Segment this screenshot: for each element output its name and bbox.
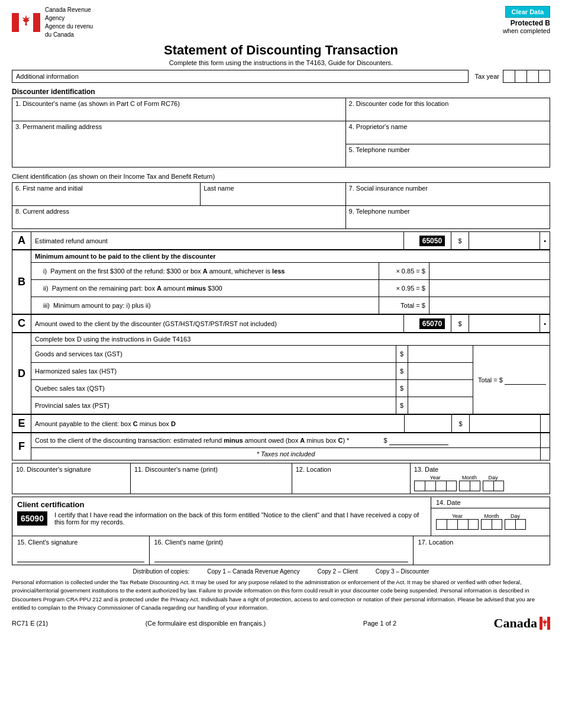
box-b-row-iii-label: iii) Minimum amount to pay: i) plus ii) — [31, 297, 379, 314]
telephone-input[interactable] — [349, 153, 547, 165]
discounter-name-print-cell[interactable]: 11. Discounter's name (print) — [130, 463, 292, 494]
box-d-hst-dollar: $ — [396, 363, 408, 380]
year-cell-4[interactable] — [446, 481, 457, 491]
day-cell-1[interactable] — [483, 481, 493, 491]
box-f-input[interactable] — [389, 436, 448, 445]
proprietor-name-cell[interactable]: 4. Proprietor's name — [345, 121, 550, 144]
tax-year-label: Tax year — [474, 73, 499, 80]
tax-year-cell-3[interactable] — [527, 70, 538, 83]
box-e-empty — [405, 415, 452, 433]
client-name-print-cell[interactable]: 16. Client's name (print) — [150, 536, 414, 565]
canada-flag-mark — [540, 617, 550, 630]
box-e-spacer — [541, 415, 550, 433]
box-b-row-i-input[interactable] — [429, 263, 550, 280]
box-c-dollar: $ — [451, 315, 469, 333]
year-cell-3[interactable] — [435, 481, 446, 491]
current-address-input[interactable] — [15, 215, 343, 227]
last-name-cell[interactable]: Last name — [201, 183, 345, 206]
box-b-iii-input[interactable] — [433, 299, 546, 311]
day-cell-2[interactable] — [493, 481, 504, 491]
discounter-code-input[interactable] — [349, 107, 547, 119]
tax-year-cell-2[interactable] — [515, 70, 527, 83]
box-c-bullet: • — [540, 315, 550, 333]
client-location-label: 17. Location — [418, 539, 545, 546]
date-label: 13. Date — [414, 466, 546, 473]
box-d-hst-label: Harmonized sales tax (HST) — [31, 363, 396, 380]
cert-year-4[interactable] — [468, 519, 479, 530]
first-name-input[interactable] — [15, 192, 197, 204]
cert-day-2[interactable] — [515, 519, 526, 530]
client-cert-header: Client certification — [17, 500, 426, 509]
clear-data-button[interactable]: Clear Data — [505, 6, 550, 18]
box-b-i-input[interactable] — [433, 265, 546, 277]
box-d-pst-input[interactable] — [412, 400, 469, 411]
tax-year-cell-4[interactable] — [538, 70, 550, 83]
box-c-input-cell[interactable] — [469, 315, 540, 333]
box-b-row-ii-input[interactable] — [429, 280, 550, 297]
box-d-qst-input[interactable] — [412, 382, 469, 394]
cert-year-3[interactable] — [457, 519, 468, 530]
box-f-note: * Taxes not included — [31, 448, 541, 460]
additional-info-field[interactable]: Additional information — [12, 70, 469, 83]
year-cell-1[interactable] — [414, 481, 425, 491]
discounter-sig-cell[interactable]: 10. Discounter's signature — [12, 463, 131, 494]
box-e-input-cell[interactable] — [470, 415, 541, 433]
year-group: Year — [414, 475, 457, 491]
client-telephone-cell[interactable]: 9. Telephone number — [345, 206, 550, 229]
box-e-dollar: $ — [452, 415, 470, 433]
tax-year-cell-1[interactable] — [503, 70, 515, 83]
box-d-pst-input[interactable] — [408, 397, 473, 414]
discounter-name-print-input[interactable] — [134, 473, 288, 485]
box-d-qst-input[interactable] — [408, 380, 473, 397]
box-b-ii-input[interactable] — [433, 282, 546, 294]
cert-year-2[interactable] — [447, 519, 457, 530]
mailing-address-cell[interactable]: 3. Permanent mailing address — [12, 121, 346, 167]
current-address-cell[interactable]: 8. Current address — [12, 206, 346, 229]
discounter-name-input[interactable] — [15, 107, 343, 119]
box-d-hst-input[interactable] — [408, 363, 473, 380]
cert-month-1[interactable] — [481, 519, 492, 530]
box-f-label: Cost to the client of the discounting tr… — [31, 433, 541, 448]
box-b-row-iii-input[interactable] — [429, 297, 550, 314]
mailing-address-input[interactable] — [15, 130, 343, 142]
month-cell-2[interactable] — [470, 481, 480, 491]
client-telephone-input[interactable] — [349, 215, 547, 227]
cert-year-1[interactable] — [436, 519, 447, 530]
cert-month-2[interactable] — [492, 519, 502, 530]
mailing-address-label: 3. Permanent mailing address — [15, 123, 343, 130]
box-d-gst-input[interactable] — [412, 348, 469, 360]
box-e-letter: E — [12, 415, 31, 433]
telephone-cell[interactable]: 5. Telephone number — [345, 144, 550, 167]
discounter-name-cell[interactable]: 1. Discounter's name (as shown in Part C… — [12, 98, 346, 121]
box-d-hst-input[interactable] — [412, 365, 469, 377]
box-d-pst-label: Provincial sales tax (PST) — [31, 397, 396, 414]
first-name-cell[interactable]: 6. First name and initial — [12, 183, 201, 206]
dist-copy1: Copy 1 – Canada Revenue Agency — [207, 568, 299, 575]
location-cell[interactable]: 12. Location — [292, 463, 410, 494]
client-location-cell[interactable]: 17. Location — [414, 536, 550, 565]
svg-rect-4 — [25, 23, 27, 25]
cert-day-1[interactable] — [505, 519, 515, 530]
box-a-label-cell: Estimated refund amount — [31, 232, 404, 250]
box-a-input[interactable] — [473, 235, 536, 247]
location-input[interactable] — [296, 473, 406, 485]
client-sig-cell[interactable]: 15. Client's signature — [12, 536, 150, 565]
box-e-input[interactable] — [473, 418, 537, 430]
box-e-label: Amount payable to the client: box C minu… — [31, 415, 405, 433]
box-d-gst-input[interactable] — [408, 346, 473, 363]
box-c-input[interactable] — [473, 318, 536, 330]
box-d-total-cell[interactable]: Total = $ — [473, 346, 550, 414]
year-cell-2[interactable] — [425, 481, 435, 491]
sin-input[interactable] — [349, 192, 547, 204]
box-c-label: Amount owed to the client by the discoun… — [31, 315, 404, 333]
discounter-code-cell[interactable]: 2. Discounter code for this location — [345, 98, 550, 121]
month-cell-1[interactable] — [459, 481, 470, 491]
proprietor-name-label: 4. Proprietor's name — [349, 123, 547, 130]
protected-b-label: Protected B when completed — [503, 19, 550, 34]
proprietor-name-input[interactable] — [349, 130, 547, 142]
client-location-input[interactable] — [418, 546, 545, 558]
sin-cell[interactable]: 7. Social insurance number — [345, 183, 550, 206]
box-a-input-cell[interactable] — [469, 232, 540, 250]
last-name-input[interactable] — [204, 192, 342, 204]
box-d-total-input[interactable] — [505, 375, 546, 385]
